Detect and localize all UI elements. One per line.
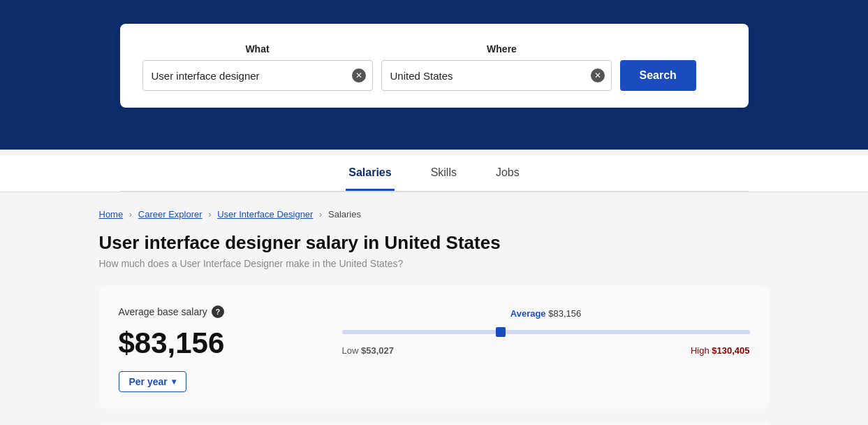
search-card: What Where ✕ ✕ Search bbox=[120, 24, 749, 108]
hero-section: Build a career you'll love What Where ✕ … bbox=[0, 0, 868, 150]
tab-jobs[interactable]: Jobs bbox=[493, 155, 522, 191]
clear-where-button[interactable]: ✕ bbox=[591, 69, 605, 82]
tab-salaries[interactable]: Salaries bbox=[346, 155, 394, 191]
avg-line-prefix: Average bbox=[510, 308, 546, 319]
search-row: ✕ ✕ Search bbox=[142, 60, 726, 91]
breadcrumb-sep-3: › bbox=[319, 209, 322, 219]
avg-line-label: Average $83,156 bbox=[342, 308, 750, 319]
tabs-bar: Salaries Skills Jobs bbox=[120, 155, 749, 192]
breadcrumb-sep-2: › bbox=[208, 209, 211, 219]
salary-bar-marker bbox=[496, 327, 506, 337]
avg-line-value: $83,156 bbox=[548, 308, 581, 319]
salary-amount: $83,156 bbox=[119, 326, 314, 360]
breadcrumb-home[interactable]: Home bbox=[99, 209, 124, 219]
salary-left: Average base salary ? $83,156 Per year ▾ bbox=[119, 305, 314, 392]
salary-bar-wrap bbox=[342, 326, 750, 338]
main-content: Home › Career Explorer › User Interface … bbox=[85, 192, 784, 425]
search-button[interactable]: Search bbox=[620, 60, 696, 91]
benefits-card: Non-cash benefit 401(k) View more benefi… bbox=[99, 422, 770, 425]
breadcrumb-sep-1: › bbox=[129, 209, 132, 219]
breadcrumb-career-explorer[interactable]: Career Explorer bbox=[138, 209, 203, 219]
where-input-wrap: ✕ bbox=[381, 60, 612, 91]
avg-label-row: Average base salary ? bbox=[119, 305, 314, 318]
salary-card-inner: Average base salary ? $83,156 Per year ▾… bbox=[119, 305, 750, 392]
range-high: High $130,405 bbox=[691, 345, 750, 356]
clear-what-button[interactable]: ✕ bbox=[352, 69, 366, 82]
search-labels: What Where bbox=[142, 43, 726, 55]
help-icon[interactable]: ? bbox=[212, 305, 224, 318]
what-input-wrap: ✕ bbox=[142, 60, 373, 91]
page-title: User interface designer salary in United… bbox=[99, 232, 770, 254]
range-low: Low $53,027 bbox=[342, 345, 394, 356]
period-label: Per year bbox=[129, 376, 168, 387]
salary-right: Average $83,156 Low $53,027 High $130,40… bbox=[342, 305, 750, 356]
salary-card: Average base salary ? $83,156 Per year ▾… bbox=[99, 286, 770, 409]
breadcrumb-uid[interactable]: User Interface Designer bbox=[217, 209, 313, 219]
breadcrumb: Home › Career Explorer › User Interface … bbox=[99, 209, 770, 219]
salary-bar-bg bbox=[342, 330, 750, 334]
what-label: What bbox=[142, 43, 373, 55]
where-input[interactable] bbox=[381, 60, 612, 91]
tabs-container: Salaries Skills Jobs bbox=[0, 155, 868, 192]
high-value: $130,405 bbox=[712, 345, 749, 356]
page-subtitle: How much does a User Interface Designer … bbox=[99, 258, 770, 269]
where-label: Where bbox=[387, 43, 617, 55]
high-label: High bbox=[691, 345, 709, 356]
what-input[interactable] bbox=[142, 60, 373, 91]
salary-range-labels: Low $53,027 High $130,405 bbox=[342, 345, 750, 356]
tab-skills[interactable]: Skills bbox=[428, 155, 459, 191]
chevron-down-icon: ▾ bbox=[172, 377, 176, 387]
avg-label-text: Average base salary bbox=[119, 306, 207, 317]
low-value: $53,027 bbox=[361, 345, 394, 356]
period-select[interactable]: Per year ▾ bbox=[119, 371, 186, 392]
breadcrumb-current: Salaries bbox=[328, 209, 361, 219]
low-label: Low bbox=[342, 345, 359, 356]
